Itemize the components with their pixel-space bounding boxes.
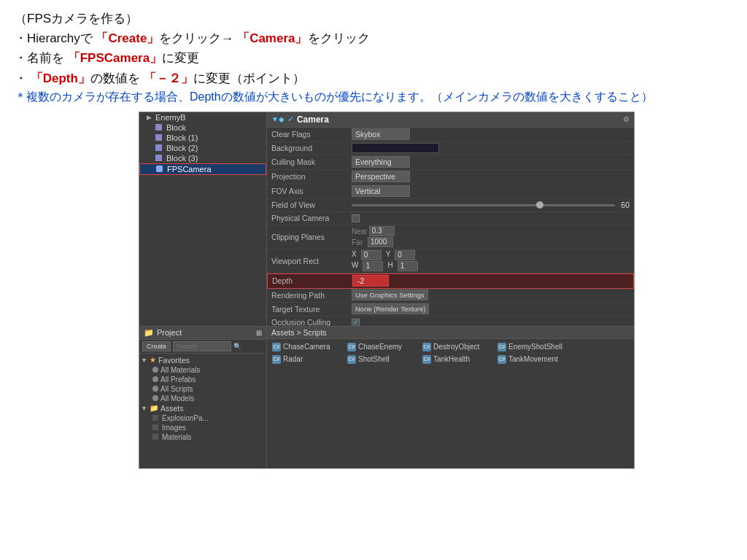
component-title: Camera xyxy=(297,114,329,125)
circle-icon xyxy=(152,395,158,401)
fov-value: 60 xyxy=(621,201,630,209)
clipping-values: Near 0.3 Far 1000 xyxy=(352,226,395,247)
assets-arrow: ▼ xyxy=(141,405,147,412)
occlusion-culling-label: Occlusion Culling xyxy=(271,318,352,326)
create-button[interactable]: Create xyxy=(142,341,171,351)
script-icon: C# xyxy=(347,343,356,351)
search-input[interactable] xyxy=(173,341,231,351)
script-radar[interactable]: C# Radar xyxy=(270,354,343,365)
circle-icon xyxy=(152,376,158,382)
circle-icon xyxy=(152,367,158,373)
title-line: （FPSカメラを作る） xyxy=(15,9,732,28)
hierarchy-item-block[interactable]: Block xyxy=(139,122,266,133)
near-input[interactable]: 0.3 xyxy=(369,226,395,236)
far-label: Far xyxy=(352,238,363,246)
favorites-star-icon: ★ xyxy=(150,356,156,364)
row-culling-mask: Culling Mask Everything xyxy=(267,155,634,170)
ptree-all-materials[interactable]: All Materials xyxy=(139,365,266,375)
fov-slider-track xyxy=(352,204,615,206)
row-clear-flags: Clear Flags Skybox xyxy=(267,128,634,142)
culling-mask-value[interactable]: Everything xyxy=(352,156,410,168)
hierarchy-item-block3[interactable]: Block (3) xyxy=(139,153,266,163)
block1-label: Block (1) xyxy=(166,133,198,142)
script-label: TankMovement xyxy=(508,355,558,363)
hierarchy-item-block2[interactable]: Block (2) xyxy=(139,143,266,153)
ptree-explosionpa[interactable]: ExplosionPa... xyxy=(139,413,266,423)
project-toolbar: Create 🔍 xyxy=(139,340,266,354)
row-clipping-planes: Clipping Planes Near 0.3 Far 1000 xyxy=(267,225,634,249)
script-icon: C# xyxy=(272,343,281,351)
h-input[interactable]: 1 xyxy=(398,261,418,271)
script-icon: C# xyxy=(347,355,356,364)
fov-axis-value[interactable]: Vertical xyxy=(352,185,410,197)
project-expand-icon[interactable]: ⊞ xyxy=(256,329,262,337)
fov-slider-container[interactable]: 60 xyxy=(352,201,630,209)
near-label: Near xyxy=(352,228,368,236)
hierarchy-item-enemyb[interactable]: ▶ EnemyB xyxy=(139,112,266,122)
project-header: 📁 Project ⊞ xyxy=(139,327,266,340)
x-input[interactable]: 0 xyxy=(361,250,382,260)
screenshot-area: ▶ EnemyB Block Block (1) Block (2) xyxy=(139,112,635,469)
folder-small-icon xyxy=(152,415,158,421)
script-chase-camera[interactable]: C# ChaseCamera xyxy=(270,342,343,352)
far-input[interactable]: 1000 xyxy=(368,237,393,247)
folder-small-icon xyxy=(152,434,158,440)
check-active-icon: ✓ xyxy=(287,114,294,124)
fpscamera-keyword: 「FPSCamera」 xyxy=(68,51,162,65)
assets-header[interactable]: ▼ 📁 Assets xyxy=(139,403,266,413)
clear-flags-value[interactable]: Skybox xyxy=(352,128,410,140)
projection-value[interactable]: Perspective xyxy=(352,171,410,182)
project-tree: ▼ ★ Favorites All Materials All Prefabs xyxy=(139,354,266,443)
instructions-section: （FPSカメラを作る） ・Hierarchyで 「Create」をクリック→ 「… xyxy=(15,9,732,106)
rendering-path-value[interactable]: Use Graphics Settings xyxy=(352,289,428,300)
ptree-all-models[interactable]: All Models xyxy=(139,394,266,403)
row-target-texture: Target Texture None (Render Texture) xyxy=(267,303,634,316)
background-value[interactable] xyxy=(352,143,439,153)
script-destroy-object[interactable]: C# DestroyObject xyxy=(420,342,493,352)
project-panel: 📁 Project ⊞ Create 🔍 ▼ ★ Favorites xyxy=(139,327,267,468)
script-tank-movement[interactable]: C# TankMovement xyxy=(495,354,568,365)
row-rendering-path: Rendering Path Use Graphics Settings xyxy=(267,289,634,303)
script-enemy-shot-shell[interactable]: C# EnemyShotShell xyxy=(495,342,568,352)
ptree-materials[interactable]: Materials xyxy=(139,432,266,442)
row-fov-axis: FOV Axis Vertical xyxy=(267,184,634,199)
script-chase-enemy[interactable]: C# ChaseEnemy xyxy=(345,342,418,352)
row-occlusion-culling: Occlusion Culling ✓ xyxy=(267,316,634,326)
physical-camera-checkbox[interactable] xyxy=(352,214,360,222)
fov-label: Field of View xyxy=(271,201,352,209)
y-input[interactable]: 0 xyxy=(395,250,415,260)
inspector-menu-icon[interactable]: ⚙ xyxy=(623,115,630,123)
script-label: TankHealth xyxy=(433,355,470,363)
viewport-rect-label: Viewport Rect xyxy=(271,257,352,265)
script-icon: C# xyxy=(498,355,506,364)
y-label: Y xyxy=(386,250,391,260)
w-input[interactable]: 1 xyxy=(363,261,383,271)
ptree-all-prefabs[interactable]: All Prefabs xyxy=(139,375,266,384)
ptree-images[interactable]: Images xyxy=(139,423,266,432)
fov-slider-thumb xyxy=(536,201,543,209)
all-materials-label: All Materials xyxy=(160,366,200,374)
occlusion-culling-checkbox[interactable]: ✓ xyxy=(352,319,360,326)
row-depth: Depth -2 xyxy=(267,273,634,289)
hierarchy-panel: ▶ EnemyB Block Block (1) Block (2) xyxy=(139,112,267,326)
all-models-label: All Models xyxy=(160,394,194,402)
culling-mask-label: Culling Mask xyxy=(271,158,352,166)
hierarchy-item-block1[interactable]: Block (1) xyxy=(139,133,266,143)
script-shot-shell[interactable]: C# ShotShell xyxy=(345,354,418,365)
row-background: Background xyxy=(267,142,634,155)
block-label: Block xyxy=(166,123,186,132)
target-texture-value[interactable]: None (Render Texture) xyxy=(352,303,429,314)
script-icon: C# xyxy=(272,355,281,364)
favorites-header[interactable]: ▼ ★ Favorites xyxy=(139,355,266,365)
block3-label: Block (3) xyxy=(166,154,198,163)
depth-value[interactable]: -2 xyxy=(352,275,389,287)
inspector-header: ▼◆ ✓ Camera ⚙ xyxy=(267,112,634,128)
hierarchy-item-fpscamera[interactable]: FPSCamera xyxy=(139,163,266,175)
ptree-all-scripts[interactable]: All Scripts xyxy=(139,384,266,394)
script-icon: C# xyxy=(422,343,431,351)
rendering-path-label: Rendering Path xyxy=(271,291,352,300)
row-field-of-view: Field of View 60 xyxy=(267,199,634,212)
instruction-2: ・名前を 「FPSCamera」に変更 xyxy=(15,48,732,68)
script-tank-health[interactable]: C# TankHealth xyxy=(420,354,493,365)
all-prefabs-label: All Prefabs xyxy=(160,376,196,384)
